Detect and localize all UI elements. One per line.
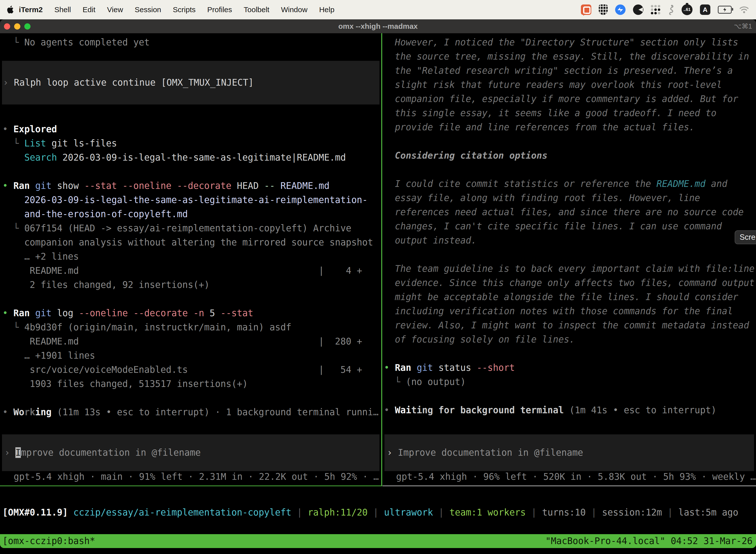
terminal-line: • Ran git show --stat --oneline --decora… xyxy=(2,179,381,193)
messenger-bolt-icon[interactable] xyxy=(615,4,626,15)
text-cursor: I xyxy=(15,447,21,458)
terminal-line: of focusing solely on file lines. xyxy=(384,332,756,346)
terminal-line: 2026-03-09-is-legal-the-same-as-legitima… xyxy=(2,193,381,207)
letter-a-app-icon[interactable]: A xyxy=(700,4,710,15)
terminal-line xyxy=(384,389,756,403)
terminal-line: references need actual files, and since … xyxy=(384,205,756,219)
terminal-line: companion file, especially if more comme… xyxy=(384,92,756,106)
timer-badge[interactable]: ..61 xyxy=(682,4,693,15)
menu-item[interactable]: Help xyxy=(319,5,334,14)
prompt-chevron: › xyxy=(4,447,15,458)
menu-bar-items: iTerm2ShellEditViewSessionScriptsProfile… xyxy=(19,5,334,14)
agent-transcript-right: However, I noticed the "Directory Struct… xyxy=(384,35,756,417)
terminal-line xyxy=(2,165,381,179)
terminal-line: └ 067f154 (HEAD -> essay/ai-reimplementa… xyxy=(2,221,381,235)
terminal-line: [OMX#0.11.9] cczip/essay/ai-reimplementa… xyxy=(2,505,738,519)
terminal-line: • Ran git log --oneline --decorate -n 5 … xyxy=(2,306,381,320)
terminal-line: README.md | 4 + xyxy=(2,264,381,278)
terminal-line: essay file, along with finding root file… xyxy=(384,191,756,205)
apple-menu-icon[interactable] xyxy=(7,5,17,14)
prompt-input-left[interactable]: › Improve documentation in @filename xyxy=(2,434,379,471)
terminal-line: └ List git ls-files xyxy=(2,136,381,151)
menu-item[interactable]: Session xyxy=(135,5,161,14)
terminal-line: slight risk that future readers may over… xyxy=(384,78,756,92)
terminal-line: README.md | 280 + xyxy=(2,334,381,348)
terminal-line: • Working (11m 13s • esc to interrupt) ·… xyxy=(2,405,381,419)
screenshot-chat-icon[interactable] xyxy=(581,4,591,15)
macos-menu-bar: iTerm2ShellEditViewSessionScriptsProfile… xyxy=(0,0,756,19)
window-shortcut-badge: ⌥⌘1 xyxy=(734,22,752,30)
terminal-line: this single essay, it seems like a good … xyxy=(384,106,756,120)
battery-icon[interactable] xyxy=(718,6,732,14)
menu-item[interactable]: Toolbelt xyxy=(244,5,269,14)
terminal-line: └ (no output) xyxy=(384,375,756,389)
terminal-line: I could cite commit statistics or refere… xyxy=(384,177,756,191)
window-title: omx --xhigh --madmax xyxy=(0,22,756,31)
model-status-left: gpt-5.4 xhigh · main · 91% left · 2.31M … xyxy=(14,469,379,484)
prompt-placeholder: mprove documentation in @filename xyxy=(21,447,201,458)
terminal-line xyxy=(384,134,756,149)
shield-grid-icon[interactable] xyxy=(599,4,608,15)
terminal-line: └ No agents completed yet xyxy=(2,35,381,49)
terminal-line: might be acceptable alongside the file l… xyxy=(384,290,756,304)
terminal-line: the "Related research writing" section i… xyxy=(384,63,756,78)
wifi-icon[interactable] xyxy=(739,6,749,13)
terminal-line xyxy=(2,292,381,306)
menu-item[interactable]: Profiles xyxy=(207,5,232,14)
terminal-line: The team guideline is to back every impo… xyxy=(384,262,756,276)
model-status-right: gpt-5.4 xhigh · 96% left · 520K in · 5.8… xyxy=(396,469,756,484)
tmux-pane-left[interactable]: └ No agents completed yet › Ralph loop a… xyxy=(0,33,381,486)
circular-arrow-icon[interactable] xyxy=(633,4,643,15)
menu-item[interactable]: Scripts xyxy=(173,5,196,14)
omx-status-line: [OMX#0.11.9] cczip/essay/ai-reimplementa… xyxy=(2,505,738,519)
tmux-session-window[interactable]: [omx-cczip0:bash* xyxy=(2,534,95,548)
terminal-line: src/voice/voiceModeEnabled.ts | 54 + xyxy=(2,363,381,377)
terminal-line: provide file and line references from th… xyxy=(384,120,756,134)
prompt-input-right[interactable]: › Improve documentation in @filename xyxy=(384,434,754,471)
terminal-content: └ No agents completed yet › Ralph loop a… xyxy=(0,33,756,554)
terminal-line: Search 2026-03-09-is-legal-the-same-as-l… xyxy=(2,151,381,165)
terminal-line: Considering citation options xyxy=(384,149,756,163)
terminal-line: • Waiting for background terminal (1m 41… xyxy=(384,403,756,417)
terminal-line xyxy=(384,247,756,262)
menu-item[interactable]: Shell xyxy=(54,5,71,14)
menu-item[interactable]: Edit xyxy=(82,5,96,14)
pane-bottom-border-active xyxy=(0,486,381,486)
ralph-inject-box: › Ralph loop active continue [OMX_TMUX_I… xyxy=(2,61,379,105)
terminal-line: • Explored xyxy=(2,122,381,136)
terminal-line: and-the-erosion-of-copyleft.md xyxy=(2,207,381,221)
terminal-line: companion analysis without altering the … xyxy=(2,235,381,250)
terminal-line: However, I noticed the "Directory Struct… xyxy=(384,35,756,49)
terminal-line: › Ralph loop active continue [OMX_TMUX_I… xyxy=(2,75,379,90)
terminal-line: … +1901 lines xyxy=(2,348,381,363)
terminal-line: 2 files changed, 92 insertions(+) xyxy=(2,278,381,292)
terminal-line: review. Also, I might want to inspect th… xyxy=(384,318,756,332)
terminal-line: └ 4b9d30f (origin/main, instructkr/main,… xyxy=(2,320,381,334)
pane-bottom-border-inactive xyxy=(382,486,756,486)
tmux-status-bar: [omx-cczip0:bash* "MacBook-Pro-44.local"… xyxy=(0,534,756,548)
agent-transcript-left: • Explored └ List git ls-files Search 20… xyxy=(2,122,381,419)
menu-item[interactable]: iTerm2 xyxy=(19,5,43,14)
menu-bar-status-icons: ..61 A xyxy=(581,4,749,15)
tmux-pane-right[interactable]: However, I noticed the "Directory Struct… xyxy=(382,33,756,486)
prompt-placeholder: Improve documentation in @filename xyxy=(398,447,583,458)
terminal-line: … +2 lines xyxy=(2,250,381,264)
menu-item[interactable]: Window xyxy=(281,5,308,14)
agent-tree-top: └ No agents completed yet xyxy=(2,35,381,49)
terminal-line: the source tree, missing the essay. Stil… xyxy=(384,49,756,63)
terminal-line: changes, I can't cite specific file line… xyxy=(384,219,756,233)
menu-item[interactable]: View xyxy=(107,5,123,14)
terminal-line: 1903 files changed, 513517 insertions(+) xyxy=(2,377,381,391)
pane-divider[interactable] xyxy=(381,33,382,486)
terminal-line: • Ran git status --short xyxy=(384,361,756,375)
seahorse-icon[interactable] xyxy=(668,4,674,15)
terminal-line: output instead. xyxy=(384,233,756,247)
desktop: iTerm2ShellEditViewSessionScriptsProfile… xyxy=(0,0,756,554)
screen-share-overlay-button[interactable]: Scre xyxy=(735,230,756,244)
dots-grid-icon[interactable] xyxy=(651,5,660,14)
terminal-line: including verification notes with those … xyxy=(384,304,756,318)
terminal-line xyxy=(384,163,756,177)
terminal-line xyxy=(384,346,756,361)
terminal-line xyxy=(2,391,381,405)
prompt-chevron: › xyxy=(387,447,398,458)
